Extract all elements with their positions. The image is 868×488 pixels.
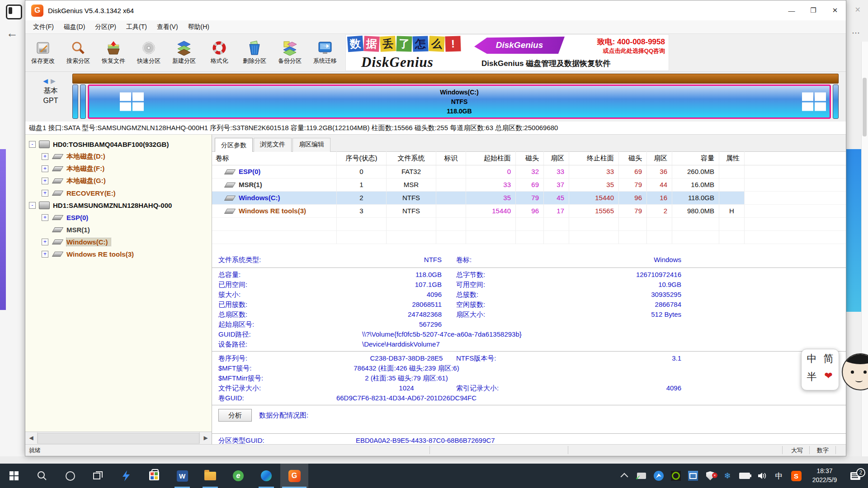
maximize-button[interactable]: ❐ [802, 0, 824, 20]
quick-partition-button[interactable]: 快速分区 [131, 36, 166, 70]
minimize-button[interactable]: — [781, 0, 802, 20]
menu-tools[interactable]: 工具(T) [121, 23, 152, 31]
search-partition-button[interactable]: 搜索分区 [61, 36, 96, 70]
background-scrollbar[interactable] [861, 42, 868, 464]
tree-item-windows-re[interactable]: + Windows RE tools(3) [25, 248, 212, 260]
thunder-app-button[interactable] [112, 464, 140, 488]
expand-icon[interactable]: + [42, 178, 48, 184]
tree-item-local-f[interactable]: + 本地磁盘(F:) [25, 163, 212, 175]
more-icon[interactable]: ⋯ [852, 28, 860, 38]
recover-files-button[interactable]: 恢复文件 [96, 36, 131, 70]
ime-simplified-indicator[interactable]: 简 [820, 352, 837, 369]
next-disk-icon[interactable]: ▶ [51, 77, 58, 84]
microsoft-store-button[interactable] [140, 464, 168, 488]
menu-partition[interactable]: 分区(P) [90, 23, 121, 31]
tree-item-windows-c[interactable]: + Windows(C:) [25, 236, 212, 248]
tree-item-hd0[interactable]: - HD0:TOSHIBAMQ04ABF100(932GB) [25, 138, 212, 150]
heart-icon[interactable]: ❤ [820, 370, 837, 387]
back-arrow-icon[interactable]: ← [6, 26, 18, 40]
tree-item-recovery-e[interactable]: + RECOVERY(E:) [25, 187, 212, 199]
scrollbar-thumb[interactable] [863, 78, 867, 136]
edge-browser-button[interactable] [252, 464, 280, 488]
green-browser-button[interactable]: e [224, 464, 252, 488]
table-row-windows-c[interactable]: Windows(C:) 2 NTFS 35 79 45 15440 96 16 … [212, 192, 846, 205]
close-button[interactable]: ✕ [824, 0, 846, 20]
tray-expand-button[interactable] [616, 472, 633, 479]
partition-segment-esp[interactable] [72, 84, 78, 119]
detail-row: 卷GUID:66D9C7F6-8231-4D34-AD67-201D26DC94… [212, 393, 846, 403]
scrollbar-thumb[interactable] [38, 433, 199, 444]
close-icon[interactable]: ✕ [855, 5, 861, 14]
delete-partition-button[interactable]: 删除分区 [237, 36, 272, 70]
prev-disk-icon[interactable]: ◀ [43, 77, 51, 84]
partition-icon [224, 209, 236, 214]
expand-icon[interactable]: + [42, 214, 48, 221]
start-button[interactable] [0, 464, 28, 488]
tree-horizontal-scrollbar[interactable]: ◀ ▶ [25, 432, 212, 444]
ad-banner[interactable]: 数 据 丢 了 怎 么 ! DiskGenius 致电: 400-008-995… [345, 34, 669, 71]
ime-lang-indicator[interactable]: 中 [803, 352, 820, 369]
scroll-left-icon[interactable]: ◀ [25, 432, 38, 444]
save-changes-button[interactable]: 保存更改 [25, 36, 61, 70]
tray-printer-button[interactable]: ✓ [633, 473, 650, 479]
cortana-button[interactable] [56, 464, 84, 488]
tree-item-local-g[interactable]: + 本地磁盘(G:) [25, 175, 212, 187]
ime-halfwidth-indicator[interactable]: 半 [803, 370, 820, 387]
table-row-empty [212, 231, 846, 244]
expand-icon[interactable]: + [42, 190, 48, 197]
backup-partition-button[interactable]: 备份分区 [272, 36, 307, 70]
tray-defender-button[interactable]: × [702, 471, 719, 480]
expand-icon[interactable]: + [42, 251, 48, 258]
taskbar-clock[interactable]: 18:37 2022/5/9 [805, 467, 844, 484]
detail-row-device-path: 设备路径:\Device\HarddiskVolume7 [212, 339, 846, 349]
word-app-button[interactable]: W [168, 464, 196, 488]
tray-ime-button[interactable]: 中 [770, 471, 788, 481]
tray-tim-button[interactable] [650, 471, 667, 481]
format-button[interactable]: 格式化 [202, 36, 237, 70]
window-panel-icon[interactable] [6, 5, 22, 19]
tab-browse-files[interactable]: 浏览文件 [254, 138, 292, 152]
table-row-windows-re[interactable]: Windows RE tools(3) 3 NTFS 15440 96 17 1… [212, 205, 846, 218]
collapse-icon[interactable]: - [29, 202, 36, 209]
sogou-ime-widget[interactable]: 中 简 半 ❤ [801, 349, 868, 390]
system-migrate-button[interactable]: 系统迁移 [307, 36, 343, 70]
tab-sector-edit[interactable]: 扇区编辑 [292, 138, 330, 152]
scroll-right-icon[interactable]: ▶ [199, 432, 212, 444]
collapse-icon[interactable]: - [29, 141, 36, 148]
ad-ribbon: DiskGenius [474, 37, 565, 54]
partition-segment-re-tools[interactable] [833, 84, 839, 119]
window-title: DiskGenius V5.4.3.1342 x64 [48, 7, 134, 14]
tray-sogou-button[interactable]: S [788, 471, 805, 481]
tab-partition-params[interactable]: 分区参数 [215, 138, 253, 152]
taskbar-search-button[interactable] [28, 464, 56, 488]
tray-volume-button[interactable] [753, 472, 770, 480]
tree-item-esp[interactable]: + ESP(0) [25, 211, 212, 224]
partition-segment-windows-c[interactable]: Windows(C:) NTFS 118.0GB [88, 84, 831, 119]
menu-help[interactable]: 帮助(H) [183, 23, 214, 31]
expand-icon[interactable]: + [42, 153, 48, 160]
expand-icon[interactable]: + [42, 165, 48, 172]
ad-qq-link[interactable]: 或点击此处选择QQ咨询 [603, 47, 665, 55]
table-row-msr[interactable]: MSR(1) 1 MSR 33 69 37 35 79 44 16.0MB [212, 178, 846, 192]
tree-item-msr[interactable]: MSR(1) [25, 224, 212, 236]
table-header-row[interactable]: 卷标 序号(状态) 文件系统 标识 起始柱面 磁头 扇区 终止柱面 磁头 扇区 … [212, 151, 846, 165]
tree-item-local-d[interactable]: + 本地磁盘(D:) [25, 150, 212, 163]
task-view-button[interactable] [84, 464, 112, 488]
table-row-esp[interactable]: ESP(0) 0 FAT32 0 32 33 33 69 36 260.0MB [212, 165, 846, 178]
partition-segment-msr[interactable] [80, 84, 86, 119]
expand-icon[interactable]: + [42, 239, 48, 245]
tree-item-hd1[interactable]: - HD1:SAMSUNGMZNLN128HAHQ-000 [25, 199, 212, 211]
browser-e-icon: e [233, 470, 244, 481]
tray-battery-button[interactable] [736, 473, 753, 479]
analyze-button[interactable]: 分析 [218, 409, 252, 422]
menu-view[interactable]: 查看(V) [152, 23, 183, 31]
menu-file[interactable]: 文件(F) [28, 23, 59, 31]
diskgenius-taskbar-button[interactable]: G [280, 464, 308, 488]
tray-intel-graphics-button[interactable] [684, 471, 702, 481]
menu-disk[interactable]: 磁盘(D) [59, 23, 90, 31]
new-partition-button[interactable]: 新建分区 [166, 36, 202, 70]
file-explorer-button[interactable] [196, 464, 224, 488]
tray-nvidia-button[interactable] [667, 471, 684, 481]
notification-center-button[interactable]: 2 [844, 472, 866, 480]
tray-snowflake-button[interactable]: ❄ [719, 471, 736, 481]
